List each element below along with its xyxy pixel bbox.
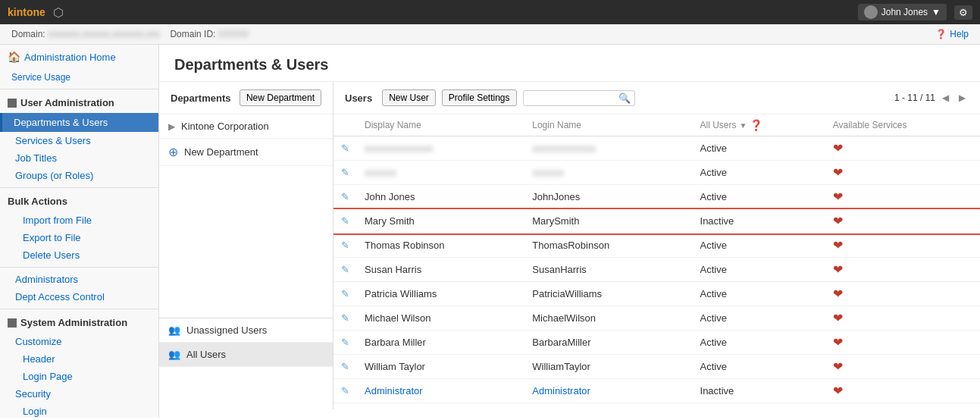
- settings-button[interactable]: ⚙: [954, 5, 972, 20]
- table-row[interactable]: ✎John JonesJohnJonesActive❤: [333, 185, 980, 209]
- display-name[interactable]: Administrator: [365, 385, 423, 396]
- puzzle-icon[interactable]: ⬡: [53, 5, 64, 20]
- sidebar-item-services-users[interactable]: Services & Users: [0, 132, 158, 149]
- sidebar-item-customize[interactable]: Customize: [0, 333, 158, 350]
- search-icon[interactable]: 🔍: [618, 92, 631, 104]
- edit-cell: ✎: [333, 282, 357, 306]
- sidebar-item-groups[interactable]: Groups (or Roles): [0, 167, 158, 184]
- services-cell: ❤: [825, 306, 980, 331]
- edit-icon[interactable]: ✎: [341, 191, 349, 202]
- table-row[interactable]: ✎Susan HarrisSusanHarrisActive❤: [333, 258, 980, 282]
- edit-icon[interactable]: ✎: [341, 385, 349, 396]
- profile-settings-button[interactable]: Profile Settings: [442, 89, 517, 106]
- dept-header-title: Departments: [171, 92, 230, 104]
- add-icon: ⊕: [168, 145, 178, 159]
- edit-icon[interactable]: ✎: [341, 240, 349, 251]
- sidebar-item-dept-access[interactable]: Dept Access Control: [0, 288, 158, 306]
- sidebar-item-login[interactable]: Login: [0, 403, 158, 418]
- login-name: WilliamTaylor: [532, 361, 590, 372]
- heart-icon: ❤: [833, 360, 843, 373]
- sidebar-item-header[interactable]: Header: [0, 350, 158, 368]
- dept-users-layout: Departments New Department ▶ Kintone Cor…: [159, 82, 980, 409]
- table-row[interactable]: ✎xxxxxxxxxxxxxxxxxxxxxxxxxxxxxActive❤: [333, 136, 980, 161]
- heart-icon: ❤: [833, 166, 843, 179]
- edit-cell: ✎: [333, 331, 357, 355]
- next-page-button[interactable]: ▶: [956, 91, 969, 105]
- dept-item-kintone[interactable]: ▶ Kintone Corporation: [159, 114, 333, 139]
- heart-icon: ❤: [833, 190, 843, 203]
- status-cell: Active: [693, 282, 825, 306]
- sidebar-item-dept-users[interactable]: Departments & Users: [0, 113, 158, 132]
- user-menu[interactable]: John Jones ▼: [858, 4, 947, 20]
- sidebar-item-delete-users[interactable]: Delete Users: [0, 246, 158, 264]
- login-name-cell: JohnJones: [524, 185, 692, 209]
- help-link[interactable]: ❓ Help: [935, 29, 969, 39]
- home-label: Administration Home: [24, 52, 116, 63]
- sidebar-divider-1: [0, 89, 158, 89]
- sidebar-item-administrators[interactable]: Administrators: [0, 271, 158, 288]
- help-icon[interactable]: ❓: [750, 119, 762, 131]
- edit-icon[interactable]: ✎: [341, 264, 349, 275]
- display-name: Thomas Robinson: [365, 240, 445, 251]
- display-name: John Jones: [365, 191, 415, 202]
- sidebar-item-home[interactable]: 🏠 Administration Home: [0, 45, 158, 69]
- dept-item-unassigned[interactable]: 👥 Unassigned Users: [159, 318, 333, 343]
- edit-icon[interactable]: ✎: [341, 337, 349, 348]
- dept-empty-space: [159, 166, 333, 318]
- login-name: JohnJones: [532, 191, 580, 202]
- user-admin-label: User Administration: [20, 97, 114, 108]
- sidebar-item-login-page[interactable]: Login Page: [0, 368, 158, 385]
- sidebar: 🏠 Administration Home Service Usage User…: [0, 45, 159, 418]
- new-user-button[interactable]: New User: [382, 89, 436, 106]
- sidebar-item-export[interactable]: Export to File: [0, 229, 158, 246]
- new-department-button[interactable]: New Department: [240, 89, 321, 106]
- table-row[interactable]: ✎Mary SmithMarySmithInactive❤: [333, 209, 980, 234]
- login-name-cell: Administrator: [524, 379, 692, 403]
- table-row[interactable]: ✎Michael WilsonMichaelWilsonActive❤: [333, 306, 980, 331]
- edit-icon[interactable]: ✎: [341, 312, 349, 324]
- edit-cell: ✎: [333, 234, 357, 258]
- sidebar-item-service-usage[interactable]: Service Usage: [0, 69, 158, 86]
- sys-admin-label: System Administration: [20, 317, 127, 328]
- dept-item-new[interactable]: ⊕ New Department: [159, 139, 333, 166]
- table-row[interactable]: ✎Thomas RobinsonThomasRobinsonActive❤: [333, 234, 980, 258]
- all-users-label: All Users: [186, 349, 226, 360]
- login-name-cell: PatriciaWilliams: [524, 282, 692, 306]
- dept-users-label: Departments & Users: [14, 117, 108, 128]
- kintone-logo[interactable]: kintone: [8, 6, 45, 18]
- all-users-filter[interactable]: All Users ▼ ❓: [700, 119, 818, 131]
- table-row[interactable]: ✎Patricia WilliamsPatriciaWilliamsActive…: [333, 282, 980, 306]
- sidebar-item-import[interactable]: Import from File: [0, 212, 158, 229]
- login-name-cell: MarySmith: [524, 209, 692, 234]
- search-box: 🔍: [523, 90, 635, 106]
- sidebar-item-security[interactable]: Security: [0, 385, 158, 403]
- search-input[interactable]: [528, 92, 618, 103]
- edit-icon[interactable]: ✎: [341, 143, 349, 154]
- dept-item-all-users[interactable]: 👥 All Users: [159, 343, 333, 367]
- display-name: xxxxxxxxxxxxxxx: [365, 143, 433, 154]
- page-title: Departments & Users: [159, 45, 980, 82]
- table-row[interactable]: ✎AdministratorAdministratorInactive❤: [333, 379, 980, 403]
- edit-icon[interactable]: ✎: [341, 167, 349, 178]
- prev-page-button[interactable]: ◀: [939, 91, 952, 105]
- sidebar-item-job-titles[interactable]: Job Titles: [0, 149, 158, 167]
- users-panel: Users New User Profile Settings 🔍 1 - 11…: [333, 82, 980, 409]
- login-name-cell: xxxxxxx: [524, 161, 692, 185]
- table-row[interactable]: ✎William TaylorWilliamTaylorActive❤: [333, 355, 980, 379]
- chevron-down-icon: ▼: [931, 7, 941, 17]
- login-name: MarySmith: [532, 215, 579, 227]
- login-name-cell: SusanHarris: [524, 258, 692, 282]
- login-name: xxxxxxxxxxxxxx: [532, 143, 596, 154]
- login-name[interactable]: Administrator: [532, 385, 590, 396]
- display-name-cell: Michael Wilson: [357, 306, 524, 331]
- edit-icon[interactable]: ✎: [341, 361, 349, 372]
- sidebar-header-bulk: Bulk Actions: [0, 191, 158, 212]
- edit-icon[interactable]: ✎: [341, 288, 349, 299]
- table-row[interactable]: ✎xxxxxxxxxxxxxxActive❤: [333, 161, 980, 185]
- login-name-cell: BarbaraMiller: [524, 331, 692, 355]
- square-icon: [8, 99, 17, 108]
- edit-icon[interactable]: ✎: [341, 215, 349, 227]
- services-cell: ❤: [825, 234, 980, 258]
- status-badge: Active: [700, 288, 727, 299]
- table-row[interactable]: ✎Barbara MillerBarbaraMillerActive❤: [333, 331, 980, 355]
